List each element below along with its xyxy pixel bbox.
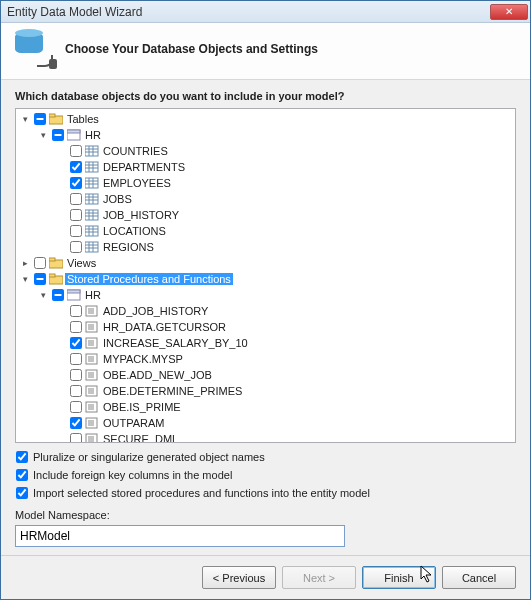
tree-item-label: LOCATIONS — [101, 225, 168, 237]
tree-checkbox[interactable] — [70, 321, 82, 333]
header-title: Choose Your Database Objects and Setting… — [65, 42, 318, 56]
sprocs-hr-label: HR — [83, 289, 103, 301]
footer: < Previous Next > Finish Cancel — [1, 555, 530, 599]
tree-item[interactable]: ▸ OUTPARAM — [54, 415, 515, 431]
collapse-icon[interactable]: ▾ — [20, 274, 31, 285]
cancel-button[interactable]: Cancel — [442, 566, 516, 589]
tree-item[interactable]: ▸ JOB_HISTORY — [54, 207, 515, 223]
tree-item-label: DEPARTMENTS — [101, 161, 187, 173]
tree-item[interactable]: ▸ DEPARTMENTS — [54, 159, 515, 175]
table-icon — [85, 145, 99, 157]
import-sprocs-checkbox[interactable] — [16, 487, 28, 499]
tables-hr-checkbox[interactable] — [52, 129, 64, 141]
proc-icon — [85, 401, 99, 413]
tree-item-label: COUNTRIES — [101, 145, 170, 157]
database-icon — [15, 31, 51, 67]
tree-item[interactable]: ▸ LOCATIONS — [54, 223, 515, 239]
tree-checkbox[interactable] — [70, 401, 82, 413]
tree-checkbox[interactable] — [70, 337, 82, 349]
proc-icon — [85, 305, 99, 317]
schema-icon — [67, 129, 81, 141]
option-import-sprocs[interactable]: Import selected stored procedures and fu… — [15, 487, 516, 499]
tree-item-label: ADD_JOB_HISTORY — [101, 305, 210, 317]
proc-icon — [85, 337, 99, 349]
option-fk[interactable]: Include foreign key columns in the model — [15, 469, 516, 481]
proc-icon — [85, 385, 99, 397]
tree-checkbox[interactable] — [70, 417, 82, 429]
object-tree[interactable]: ▾ Tables ▾ HR ▸ COUNTRIES ▸ DEPARTMENTS … — [15, 108, 516, 443]
tree-item[interactable]: ▸ OBE.ADD_NEW_JOB — [54, 367, 515, 383]
tables-hr-label: HR — [83, 129, 103, 141]
next-button[interactable]: Next > — [282, 566, 356, 589]
tree-item[interactable]: ▸ INCREASE_SALARY_BY_10 — [54, 335, 515, 351]
sprocs-checkbox[interactable] — [34, 273, 46, 285]
views-checkbox[interactable] — [34, 257, 46, 269]
window-title: Entity Data Model Wizard — [7, 5, 142, 19]
namespace-input[interactable] — [15, 525, 345, 547]
wizard-window: Entity Data Model Wizard ✕ Choose Your D… — [0, 0, 531, 600]
tree-item-label: REGIONS — [101, 241, 156, 253]
header: Choose Your Database Objects and Setting… — [1, 23, 530, 80]
tree-checkbox[interactable] — [70, 369, 82, 381]
tree-item-label: HR_DATA.GETCURSOR — [101, 321, 228, 333]
expand-icon[interactable]: ▸ — [20, 258, 31, 269]
tree-item[interactable]: ▸ JOBS — [54, 191, 515, 207]
fk-checkbox[interactable] — [16, 469, 28, 481]
finish-button[interactable]: Finish — [362, 566, 436, 589]
table-icon — [85, 225, 99, 237]
tree-node-tables-hr[interactable]: ▾ HR — [36, 127, 515, 143]
tree-checkbox[interactable] — [70, 209, 82, 221]
proc-icon — [85, 353, 99, 365]
views-label: Views — [65, 257, 98, 269]
pluralize-label: Pluralize or singularize generated objec… — [33, 451, 265, 463]
tree-checkbox[interactable] — [70, 433, 82, 443]
tree-node-sprocs-hr[interactable]: ▾ HR — [36, 287, 515, 303]
tree-item[interactable]: ▸ EMPLOYEES — [54, 175, 515, 191]
tables-checkbox[interactable] — [34, 113, 46, 125]
tree-item-label: JOBS — [101, 193, 134, 205]
proc-icon — [85, 417, 99, 429]
tree-item-label: EMPLOYEES — [101, 177, 173, 189]
sprocs-label: Stored Procedures and Functions — [65, 273, 233, 285]
tree-checkbox[interactable] — [70, 385, 82, 397]
tree-item[interactable]: ▸ COUNTRIES — [54, 143, 515, 159]
tree-item-label: INCREASE_SALARY_BY_10 — [101, 337, 250, 349]
tree-item-label: JOB_HISTORY — [101, 209, 181, 221]
tree-node-sprocs[interactable]: ▾ Stored Procedures and Functions — [18, 271, 515, 287]
prompt-text: Which database objects do you want to in… — [15, 90, 516, 102]
tree-item[interactable]: ▸ OBE.DETERMINE_PRIMES — [54, 383, 515, 399]
tree-item[interactable]: ▸ MYPACK.MYSP — [54, 351, 515, 367]
options-group: Pluralize or singularize generated objec… — [15, 451, 516, 499]
tree-item[interactable]: ▸ REGIONS — [54, 239, 515, 255]
tree-item[interactable]: ▸ ADD_JOB_HISTORY — [54, 303, 515, 319]
tree-checkbox[interactable] — [70, 305, 82, 317]
tree-checkbox[interactable] — [70, 241, 82, 253]
tree-checkbox[interactable] — [70, 177, 82, 189]
previous-button[interactable]: < Previous — [202, 566, 276, 589]
pluralize-checkbox[interactable] — [16, 451, 28, 463]
table-icon — [85, 177, 99, 189]
tree-checkbox[interactable] — [70, 145, 82, 157]
tree-checkbox[interactable] — [70, 225, 82, 237]
option-pluralize[interactable]: Pluralize or singularize generated objec… — [15, 451, 516, 463]
tree-item[interactable]: ▸ OBE.IS_PRIME — [54, 399, 515, 415]
content-area: Which database objects do you want to in… — [1, 80, 530, 555]
tree-checkbox[interactable] — [70, 353, 82, 365]
window-close-button[interactable]: ✕ — [490, 4, 528, 20]
collapse-icon[interactable]: ▾ — [38, 130, 49, 141]
tree-item-label: SECURE_DML — [101, 433, 180, 443]
tree-checkbox[interactable] — [70, 161, 82, 173]
collapse-icon[interactable]: ▾ — [38, 290, 49, 301]
sprocs-hr-checkbox[interactable] — [52, 289, 64, 301]
collapse-icon[interactable]: ▾ — [20, 114, 31, 125]
tree-item-label: OBE.IS_PRIME — [101, 401, 183, 413]
import-sprocs-label: Import selected stored procedures and fu… — [33, 487, 370, 499]
tree-node-views[interactable]: ▸ Views — [18, 255, 515, 271]
folder-icon — [49, 257, 63, 269]
tree-checkbox[interactable] — [70, 193, 82, 205]
tree-item[interactable]: ▸ HR_DATA.GETCURSOR — [54, 319, 515, 335]
tree-node-tables[interactable]: ▾ Tables — [18, 111, 515, 127]
tree-item-label: OUTPARAM — [101, 417, 167, 429]
titlebar: Entity Data Model Wizard ✕ — [1, 1, 530, 23]
tree-item[interactable]: ▸ SECURE_DML — [54, 431, 515, 443]
